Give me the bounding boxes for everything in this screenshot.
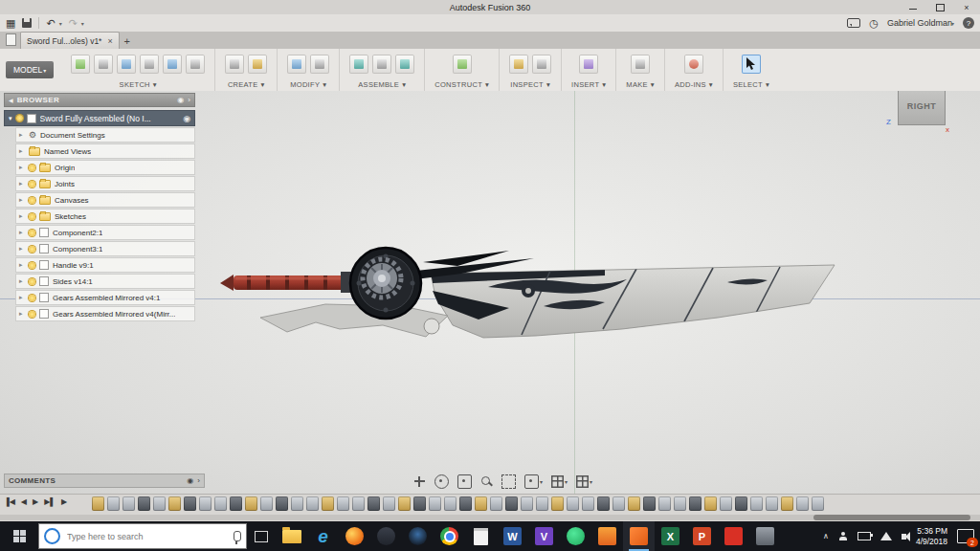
- pattern-icon[interactable]: [248, 55, 267, 74]
- comments-panel[interactable]: COMMENTS ◉ ›: [4, 474, 205, 488]
- timeline-feature-icon[interactable]: [398, 496, 411, 511]
- fit-view-icon[interactable]: [501, 474, 516, 489]
- play-button[interactable]: ▶: [33, 497, 38, 506]
- section-analysis-icon[interactable]: [532, 55, 551, 74]
- expand-arrow-icon[interactable]: ▸: [19, 261, 25, 269]
- arc-tool-icon[interactable]: [163, 55, 182, 74]
- search-input[interactable]: [65, 531, 229, 542]
- start-button[interactable]: [0, 521, 38, 551]
- browser-item-named-views[interactable]: ▸ Named Views: [15, 143, 195, 159]
- view-cube-face[interactable]: RIGHT: [898, 91, 946, 125]
- browser-item-sketches[interactable]: ▸ Sketches: [15, 209, 195, 224]
- timeline-feature-icon[interactable]: [322, 496, 334, 511]
- app-grid-icon[interactable]: ▦: [6, 18, 15, 29]
- timeline-feature-icon[interactable]: [628, 496, 640, 511]
- taskbar-app-4[interactable]: [370, 521, 402, 551]
- activate-component-radio[interactable]: ◉: [183, 114, 190, 123]
- timeline-feature-icon[interactable]: [812, 496, 824, 511]
- assemble-dropdown[interactable]: ASSEMBLE ▾: [358, 80, 406, 89]
- timeline-feature-icon[interactable]: [107, 496, 120, 511]
- display-settings-dropdown[interactable]: ▾: [524, 474, 543, 489]
- create-sketch-icon[interactable]: [71, 55, 90, 74]
- expand-arrow-icon[interactable]: ▸: [19, 277, 25, 285]
- timeline-feature-icon[interactable]: [214, 496, 227, 511]
- taskbar-app-7[interactable]: [465, 521, 497, 551]
- expand-arrow-icon[interactable]: ▸: [19, 147, 25, 155]
- expand-arrow-icon[interactable]: ▾: [9, 115, 12, 122]
- play-marker-button[interactable]: ▶: [61, 497, 67, 506]
- zoom-icon[interactable]: [480, 475, 493, 488]
- browser-item-gears-mirrored[interactable]: ▸ Gears Assembled Mirrored v4:1: [15, 290, 195, 305]
- timeline-feature-icon[interactable]: [781, 496, 793, 511]
- timeline-feature-icon[interactable]: [276, 496, 288, 511]
- timeline-feature-icon[interactable]: [291, 496, 303, 511]
- save-icon[interactable]: [22, 18, 32, 28]
- browser-item-component3[interactable]: ▸ Component3:1: [15, 241, 195, 256]
- timeline-feature-icon[interactable]: [413, 496, 426, 511]
- timeline-feature-icon[interactable]: [199, 496, 212, 511]
- timeline-feature-icon[interactable]: [674, 496, 686, 511]
- taskbar-app-steam[interactable]: [402, 521, 434, 551]
- timeline-feature-icon[interactable]: [429, 496, 441, 511]
- taskbar-app-firefox[interactable]: [339, 521, 370, 551]
- redo-dropdown-icon[interactable]: ▾: [81, 20, 84, 27]
- inspect-dropdown[interactable]: INSPECT ▾: [510, 80, 550, 89]
- timeline-feature-icon[interactable]: [505, 496, 518, 511]
- rectangle-tool-icon[interactable]: [117, 55, 136, 74]
- undo-dropdown-icon[interactable]: ▾: [59, 20, 62, 27]
- construct-dropdown[interactable]: CONSTRUCT ▾: [434, 80, 489, 89]
- collapse-panel-icon[interactable]: ◀: [9, 97, 13, 103]
- sketch-dropdown[interactable]: SKETCH ▾: [120, 80, 157, 89]
- taskbar-search[interactable]: [38, 523, 247, 549]
- timeline-feature-icon[interactable]: [444, 496, 457, 511]
- sword-model[interactable]: [191, 230, 861, 364]
- timeline-feature-icon[interactable]: [138, 496, 150, 511]
- joint-icon[interactable]: [372, 55, 391, 74]
- fillet-icon[interactable]: [310, 55, 329, 74]
- browser-item-component2[interactable]: ▸ Component2:1: [15, 225, 195, 240]
- timeline-feature-icon[interactable]: [122, 496, 135, 511]
- measure-icon[interactable]: [509, 55, 528, 74]
- browser-item-handle[interactable]: ▸ Handle v9:1: [15, 257, 195, 273]
- polygon-tool-icon[interactable]: [186, 55, 205, 74]
- browser-item-document-settings[interactable]: ▸ ⚙ Document Settings: [15, 127, 195, 143]
- timeline-feature-icon[interactable]: [643, 496, 656, 511]
- press-pull-icon[interactable]: [287, 55, 306, 74]
- browser-item-joints[interactable]: ▸ Joints: [15, 176, 195, 191]
- expand-arrow-icon[interactable]: ▸: [19, 245, 25, 253]
- timeline-feature-icon[interactable]: [689, 496, 702, 511]
- timeline-feature-icon[interactable]: [597, 496, 610, 511]
- modify-dropdown[interactable]: MODIFY ▾: [290, 80, 326, 89]
- expand-arrow-icon[interactable]: ▸: [19, 180, 25, 187]
- taskbar-app-15[interactable]: [718, 521, 749, 551]
- timeline-feature-icon[interactable]: [551, 496, 564, 511]
- pan-icon[interactable]: [413, 475, 426, 488]
- addins-dropdown[interactable]: ADD-INS ▾: [675, 80, 713, 89]
- timeline-feature-icon[interactable]: [766, 496, 778, 511]
- show-hidden-icons-button[interactable]: ∧: [823, 532, 829, 540]
- timeline-feature-icon[interactable]: [230, 496, 242, 511]
- timeline-feature-icon[interactable]: [184, 496, 196, 511]
- step-back-button[interactable]: ◀: [21, 497, 27, 506]
- visibility-bulb-icon[interactable]: [29, 181, 35, 187]
- skip-to-start-button[interactable]: ▐◀: [4, 497, 15, 506]
- select-dropdown[interactable]: SELECT ▾: [733, 80, 769, 89]
- redo-button[interactable]: ↷: [69, 18, 78, 29]
- 3d-print-icon[interactable]: [631, 55, 650, 74]
- insert-dropdown[interactable]: INSERT ▾: [571, 80, 606, 89]
- comments-options-icon[interactable]: ◉: [187, 476, 193, 485]
- timeline-feature-icon[interactable]: [567, 496, 579, 511]
- taskbar-clock[interactable]: 5:36 PM 4/9/2018: [916, 526, 947, 546]
- line-tool-icon[interactable]: [94, 55, 113, 74]
- browser-header[interactable]: ◀ BROWSER ◉ ›: [4, 93, 195, 107]
- timeline-feature-icon[interactable]: [306, 496, 319, 511]
- extrude-icon[interactable]: [225, 55, 244, 74]
- comments-expand-icon[interactable]: ›: [197, 476, 200, 485]
- timeline-feature-icon[interactable]: [735, 496, 747, 511]
- timeline-feature-icon[interactable]: [612, 496, 625, 511]
- user-menu[interactable]: Gabriel Goldman ▾: [887, 18, 954, 28]
- browser-item-sides[interactable]: ▸ Sides v14:1: [15, 274, 195, 289]
- timeline-feature-icon[interactable]: [368, 496, 380, 511]
- look-at-icon[interactable]: [457, 474, 472, 489]
- timeline-feature-icon[interactable]: [582, 496, 594, 511]
